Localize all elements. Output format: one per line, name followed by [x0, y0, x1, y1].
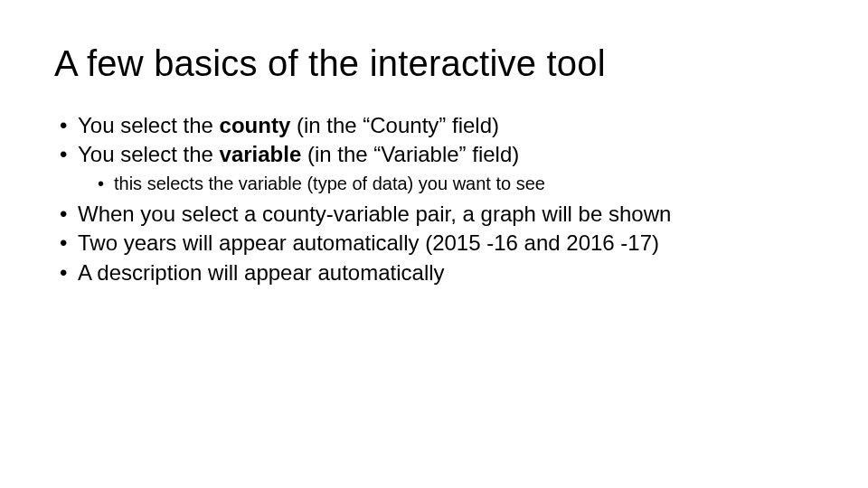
slide-title: A few basics of the interactive tool: [54, 43, 814, 84]
text-bold: variable: [220, 142, 302, 166]
text-fragment: You select the: [78, 113, 220, 137]
bullet-item-5: A description will appear automatically: [78, 258, 814, 287]
text-fragment: (in the “County” field): [290, 113, 499, 137]
slide: A few basics of the interactive tool You…: [0, 0, 868, 287]
bullet-item-3: When you select a county-variable pair, …: [78, 200, 814, 229]
sub-bullet-list: this selects the variable (type of data)…: [78, 172, 814, 196]
text-fragment: You select the: [78, 142, 220, 166]
sub-bullet-item-1: this selects the variable (type of data)…: [114, 172, 814, 196]
bullet-item-1: You select the county (in the “County” f…: [78, 111, 814, 140]
text-fragment: (in the “Variable” field): [301, 142, 519, 166]
bullet-item-4: Two years will appear automatically (201…: [78, 229, 814, 258]
bullet-item-2: You select the variable (in the “Variabl…: [78, 140, 814, 195]
text-bold: county: [220, 113, 291, 137]
bullet-list: You select the county (in the “County” f…: [54, 111, 814, 287]
